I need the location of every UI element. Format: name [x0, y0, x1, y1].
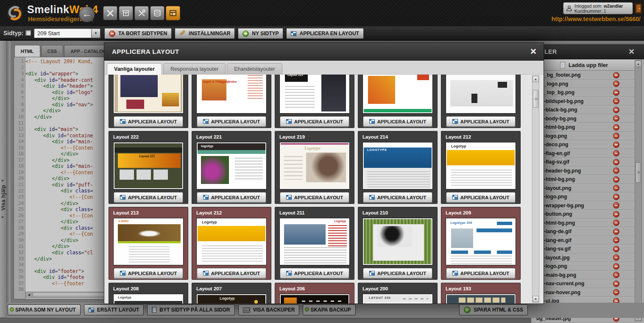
layout-thumbnail[interactable]	[197, 294, 266, 304]
layout-thumbnail[interactable]	[114, 142, 183, 189]
layout-thumbnail[interactable]	[446, 218, 516, 265]
file-row[interactable]: -black-bg.png	[531, 106, 637, 114]
file-row[interactable]: -deco.png	[531, 140, 637, 149]
layout-thumbnail[interactable]	[280, 142, 349, 189]
apply-layout-button[interactable]: APPLICERA LAYOUT	[197, 192, 266, 203]
apply-layout-button[interactable]: APPLICERA LAYOUT	[114, 192, 183, 203]
layout-thumbnail[interactable]	[446, 75, 516, 113]
modal-close-icon[interactable]: ✕	[530, 47, 537, 56]
file-row[interactable]: -flag-sv.gif	[531, 158, 637, 167]
file-row[interactable]: -layout.png	[531, 184, 637, 193]
layout-thumbnail[interactable]	[114, 218, 183, 265]
delete-file-icon[interactable]	[613, 167, 619, 174]
file-row[interactable]: -layout.jpg	[531, 253, 637, 262]
apply-layout-button[interactable]: APPLICERA LAYOUT	[363, 192, 432, 203]
layout-thumbnail[interactable]	[446, 142, 516, 189]
apply-layout-button[interactable]: APPLICERA LAYOUT	[114, 116, 183, 127]
layout-editor-button[interactable]	[166, 6, 180, 20]
edit-tool-button[interactable]	[103, 6, 117, 20]
layout-thumbnail[interactable]	[114, 294, 183, 304]
modal-tab-ehandelslayouter[interactable]: Ehandelslayouter	[227, 63, 282, 75]
scroll-down-icon[interactable]: ▼	[532, 296, 539, 302]
delete-file-icon[interactable]	[613, 263, 619, 270]
files-panel-close-icon[interactable]: ✕	[628, 47, 635, 56]
apply-layout-button[interactable]: APPLICERA LAYOUT	[446, 116, 516, 127]
modal-tab-responsiva-layouter[interactable]: Responsiva layouter	[163, 63, 226, 75]
apply-layout-button[interactable]: APPLICERA LAYOUT	[280, 268, 349, 278]
action-button-ny-sidtyp[interactable]: NY SIDTYP	[238, 28, 283, 39]
apply-layout-button[interactable]: APPLICERA LAYOUT	[280, 192, 349, 203]
scroll-left-arrow-icon[interactable]: ◀	[26, 292, 32, 298]
file-row[interactable]: -html-bg.png	[531, 175, 637, 184]
modal-tab-vanliga-layouter[interactable]: Vanliga layouter	[107, 63, 162, 75]
pagetype-dropdown[interactable]: 209 Start ▼	[34, 28, 100, 38]
file-row[interactable]: -flag-en.gif	[531, 149, 637, 158]
layout-thumbnail[interactable]	[280, 75, 349, 113]
apply-layout-button[interactable]: APPLICERA LAYOUT	[446, 192, 516, 203]
file-row[interactable]: -logo.png	[531, 132, 637, 141]
file-row[interactable]: -html-bg.png	[531, 123, 637, 132]
delete-file-icon[interactable]	[613, 194, 619, 200]
action-button-ta-bort-sidtypen[interactable]: TA BORT SIDTYPEN	[104, 28, 172, 39]
file-row[interactable]: -html-bg.png	[531, 219, 637, 228]
delete-file-icon[interactable]	[613, 159, 619, 165]
delete-file-icon[interactable]	[613, 150, 619, 156]
delete-file-icon[interactable]	[613, 115, 619, 122]
action-button-applicera-en-layout[interactable]: APPLICERA EN LAYOUT	[286, 28, 363, 39]
file-row[interactable]: -main-bg.png	[531, 271, 637, 280]
dropdown-arrow-icon[interactable]: ▼	[91, 29, 100, 38]
scrollbar-thumb[interactable]	[533, 90, 538, 108]
apply-layout-button[interactable]: APPLICERA LAYOUT	[446, 268, 516, 278]
layout-thumbnail[interactable]	[280, 218, 349, 265]
files-stack-button[interactable]	[150, 6, 164, 20]
file-row[interactable]: -lang-en.gif	[531, 236, 637, 245]
file-row[interactable]: -wrapper-bg.png	[531, 201, 637, 210]
delete-file-icon[interactable]	[613, 176, 619, 183]
delete-file-icon[interactable]	[613, 220, 619, 226]
layout-thumbnail[interactable]	[197, 142, 266, 189]
apply-layout-button[interactable]: APPLICERA LAYOUT	[197, 268, 266, 278]
file-row[interactable]: _top_bg.png	[531, 88, 637, 97]
layout-thumbnail[interactable]	[197, 75, 266, 113]
upload-files-button[interactable]: Ladda upp filer	[531, 59, 637, 71]
scrollbar-thumb[interactable]	[636, 162, 641, 183]
logout-door-icon[interactable]	[634, 3, 643, 14]
file-row[interactable]: -logo.png	[531, 192, 637, 201]
file-row[interactable]: -logo.png	[531, 262, 637, 271]
file-row[interactable]: -bildspel-bg.png	[531, 97, 637, 106]
help-strip[interactable]: ▶ Visa hjälp ▶	[0, 41, 7, 317]
file-row[interactable]: -nav-current.png	[531, 279, 637, 288]
apply-layout-button[interactable]: APPLICERA LAYOUT	[363, 268, 432, 278]
tools-button[interactable]	[134, 6, 149, 20]
file-row[interactable]: -lang-sv.gif	[531, 245, 637, 253]
pagetype-checkbox[interactable]	[25, 30, 31, 36]
delete-file-icon[interactable]	[613, 81, 619, 87]
layout-thumbnail[interactable]	[363, 218, 432, 265]
layout-thumbnail[interactable]	[363, 75, 432, 113]
file-row[interactable]: -header-bg.png	[531, 167, 637, 175]
site-url-link[interactable]: http://www.testwebben.se/5660/	[552, 16, 641, 22]
delete-file-icon[interactable]	[613, 133, 619, 139]
bottom-button-spara-som-ny-layout[interactable]: SPARA SOM NY LAYOUT	[8, 304, 81, 315]
apply-layout-button[interactable]: APPLICERA LAYOUT	[197, 116, 266, 127]
layout-thumbnail[interactable]	[363, 142, 432, 189]
panel-splitter[interactable]	[8, 41, 12, 317]
save-html-css-button[interactable]: SPARA HTML & CSS	[459, 304, 528, 315]
editor-tab-html[interactable]: HTML	[14, 45, 40, 57]
layout-thumbnail[interactable]	[197, 218, 266, 265]
delete-file-icon[interactable]	[613, 228, 619, 235]
layout-thumbnail[interactable]	[280, 294, 349, 304]
delete-file-icon[interactable]	[613, 281, 619, 287]
action-button-inst-llningar[interactable]: INSTÄLLNINGAR	[175, 28, 235, 39]
package-tool-button[interactable]	[119, 6, 133, 20]
delete-file-icon[interactable]	[613, 272, 619, 278]
files-scrollbar[interactable]: ▲ ▼	[635, 60, 642, 321]
scroll-up-icon[interactable]: ▲	[532, 76, 539, 82]
delete-file-icon[interactable]	[613, 124, 619, 131]
file-row[interactable]: -nav-hover.png	[531, 288, 637, 297]
apply-layout-button[interactable]: APPLICERA LAYOUT	[280, 116, 349, 127]
file-row[interactable]: -body-bg.png	[531, 114, 637, 123]
back-button[interactable]: ←	[79, 6, 95, 22]
file-row[interactable]: _bg_footer.png	[531, 71, 637, 80]
layout-thumbnail[interactable]	[446, 294, 516, 304]
